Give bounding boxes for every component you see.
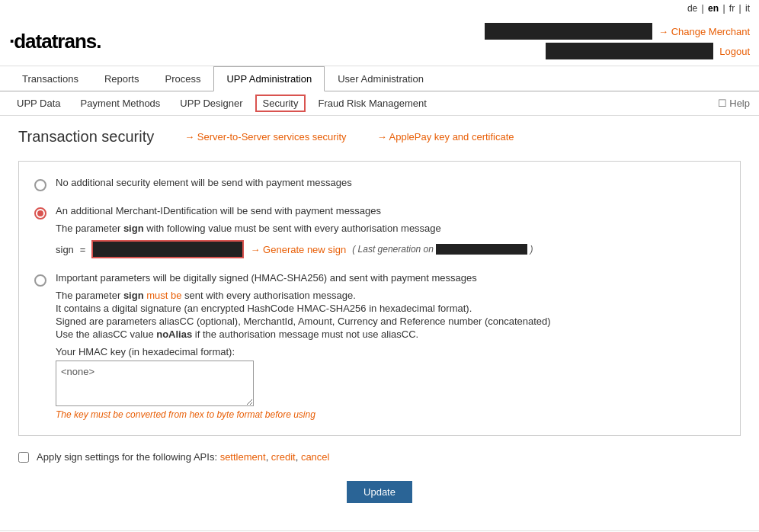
language-bar: de | en | fr | it [0, 0, 759, 17]
applepay-link[interactable]: ApplePay key and certificate [377, 131, 514, 143]
cancel-link[interactable]: cancel [301, 451, 330, 463]
hmac-section: The parameter sign must be sent with eve… [56, 290, 725, 420]
option2-detail: The parameter sign with following value … [56, 223, 725, 234]
server-to-server-link[interactable]: Server-to-Server services security [184, 131, 346, 143]
hmac-line4: Use the aliasCC value noAlias if the aut… [56, 328, 725, 340]
credit-link[interactable]: credit [271, 451, 296, 463]
subnav-security[interactable]: Security [255, 95, 306, 112]
sub-nav: UPP Data Payment Methods UPP Designer Se… [0, 91, 759, 116]
update-row: Update [18, 481, 741, 503]
settlement-link[interactable]: settlement [220, 451, 266, 463]
page-title: Transaction security [18, 128, 154, 146]
tab-reports[interactable]: Reports [91, 66, 152, 91]
option-row-2: An additional Merchant-IDentification wi… [34, 205, 725, 258]
lang-it[interactable]: it [745, 3, 750, 14]
hmac-line2: It contains a digital signature (an encr… [56, 303, 725, 314]
subnav-payment-methods[interactable]: Payment Methods [73, 95, 168, 112]
subnav-upp-data[interactable]: UPP Data [9, 95, 69, 112]
radio-option3[interactable] [34, 274, 46, 287]
option2-content: An additional Merchant-IDentification wi… [56, 205, 725, 258]
hmac-textarea[interactable]: <none> [56, 361, 254, 406]
tab-process[interactable]: Process [152, 66, 213, 91]
tab-transactions[interactable]: Transactions [9, 66, 91, 91]
logout-bar [546, 43, 713, 59]
apply-sign-row: Apply sign settings for the following AP… [18, 451, 741, 463]
sign-label: sign [56, 244, 74, 255]
option2-label: An additional Merchant-IDentification wi… [56, 205, 381, 216]
main-nav: Transactions Reports Process UPP Adminis… [0, 66, 759, 91]
logout-button[interactable]: Logout [719, 46, 750, 57]
header-right: Change Merchant Logout [485, 23, 750, 59]
page-title-row: Transaction security Server-to-Server se… [18, 128, 741, 146]
hmac-line1: The parameter sign must be sent with eve… [56, 290, 725, 301]
lang-fr[interactable]: fr [729, 3, 735, 14]
option1-content: No additional security element will be s… [56, 177, 725, 188]
sign-row: sign = Generate new sign ( Last generati… [56, 240, 725, 258]
sign-input[interactable] [91, 240, 244, 258]
hmac-label: Your HMAC key (in hexadecimal format): [56, 346, 725, 357]
security-options: No additional security element will be s… [18, 161, 741, 436]
merchant-bar [485, 23, 652, 40]
logout-row: Logout [546, 43, 750, 59]
hmac-line3: Signed are parameters aliasCC (optional)… [56, 316, 725, 327]
content: Transaction security Server-to-Server se… [0, 116, 759, 515]
tab-upp-administration[interactable]: UPP Administration [213, 66, 325, 91]
radio-option2-inner [37, 210, 43, 216]
subnav-fraud-risk-management[interactable]: Fraud Risk Management [310, 95, 434, 112]
header: ·datatrans. Change Merchant Logout [0, 17, 759, 66]
radio-option1[interactable] [34, 179, 46, 191]
radio-option2[interactable] [34, 207, 46, 220]
sign-equals: = [80, 244, 86, 255]
option-row-3: Important parameters will be digitally s… [34, 272, 725, 420]
option3-content: Important parameters will be digitally s… [56, 272, 725, 420]
generate-sign-link[interactable]: Generate new sign [250, 244, 346, 255]
lang-de[interactable]: de [687, 3, 697, 14]
logo: ·datatrans. [9, 30, 101, 53]
help-link[interactable]: Help [718, 98, 750, 109]
hmac-note: The key must be converted from hex to by… [56, 409, 725, 420]
option-row-1: No additional security element will be s… [34, 177, 725, 191]
update-button[interactable]: Update [347, 481, 412, 503]
sub-nav-left: UPP Data Payment Methods UPP Designer Se… [9, 95, 434, 112]
tab-user-administration[interactable]: User Administration [325, 66, 437, 91]
subnav-upp-designer[interactable]: UPP Designer [172, 95, 250, 112]
option1-label: No additional security element will be s… [56, 177, 352, 188]
merchant-row: Change Merchant [485, 23, 750, 40]
lang-en[interactable]: en [708, 3, 719, 14]
apply-sign-checkbox[interactable] [18, 452, 29, 463]
apply-sign-text: Apply sign settings for the following AP… [37, 451, 329, 463]
change-merchant-button[interactable]: Change Merchant [658, 26, 750, 37]
last-generation-text: ( Last generation on ) [352, 244, 533, 255]
last-generation-value [436, 244, 527, 255]
option3-label: Important parameters will be digitally s… [56, 272, 477, 284]
